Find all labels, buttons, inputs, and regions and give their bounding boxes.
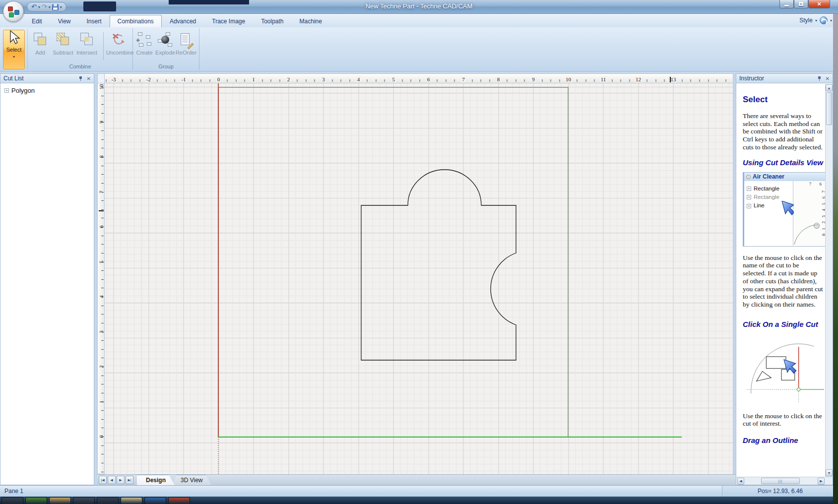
tab-design[interactable]: Design [137,475,175,485]
instructor-horizontal-scrollbar[interactable]: ◀ ||| ▶ [736,477,833,485]
explode-label: Explode [154,50,177,56]
help-icon[interactable] [820,16,828,24]
taskbar-icon-folder-light[interactable] [121,497,142,504]
taskbar-icon-app-green[interactable] [25,497,47,504]
application-menu-orb[interactable] [3,1,24,22]
vertical-scroll-thumb[interactable] [826,92,832,125]
undo-dropdown[interactable]: ▾ [38,5,40,9]
instructor-heading-drag: Drag an Outline [743,437,823,445]
h-ruler-cursor-mark [670,77,671,82]
taskbar-icon-app-dark-1[interactable] [73,497,95,504]
window-buttons: ✕ [779,0,830,8]
instructor-vertical-scrollbar[interactable]: ▲ ▼ [825,84,833,477]
expand-icon[interactable]: + [4,88,9,93]
subtract-button[interactable]: Subtract [52,31,74,56]
thumbnail-tree-label: Rectangle [754,186,779,192]
style-dropdown[interactable]: ▾ [815,18,817,23]
taskbar-icon-start-orb[interactable] [1,497,23,504]
select-button[interactable]: Select ▾ [3,30,25,69]
redo-button[interactable]: ↷ [42,3,47,10]
scroll-right-icon[interactable]: ▶ [818,478,825,485]
combine-group-label: Combine [28,63,132,69]
close-button[interactable]: ✕ [808,0,830,8]
nav-first-button[interactable]: |◀ [99,476,107,484]
save-button[interactable] [52,4,59,10]
tab-view[interactable]: View [50,15,79,27]
cut-list-header: Cut List ✕ [0,73,94,83]
minimize-button[interactable] [779,0,794,8]
intersect-button[interactable]: Intersect [75,31,98,56]
mini-v-ruler: 76543210 [821,189,825,238]
canvas-drawing [105,83,733,474]
design-canvas[interactable] [105,83,733,474]
expand-icon[interactable]: + [747,187,751,191]
tab-3d-view[interactable]: 3D View [172,475,211,485]
pin-icon[interactable] [78,76,83,81]
taskbar-icon-app-dark-2[interactable] [97,497,119,504]
quick-access-toolbar: ↶ ▾ ↷ ▾ ▾ [27,2,66,12]
vertical-ruler: 109876543210 [97,83,105,474]
qat-dropdown[interactable]: ▾ [60,5,62,9]
cursor-arrow-icon [3,30,24,45]
help-dropdown[interactable]: ▾ [830,18,832,23]
thumbnail-tree-item[interactable]: +Rectangle [747,184,793,192]
taskbar-icon-app-blue[interactable] [144,497,166,504]
app-window: New Techne Part - Techne CAD/CAM ✕ ↶ ▾ ↷… [0,0,838,504]
cut-list-item-polygon[interactable]: + Polygon [0,83,94,94]
tab-combinations[interactable]: Combinations [110,15,162,27]
h-ruler-label: 3 [321,76,326,82]
h-ruler-label: -1 [180,76,187,82]
v-ruler-label: 3 [98,327,104,337]
create-group-button[interactable]: + Create [133,31,156,56]
instructor-heading-single-cut: Click On a Single Cut [743,320,823,329]
v-ruler-label: 1 [98,397,104,407]
create-group-icon: + [136,31,153,48]
tab-edit[interactable]: Edit [24,15,50,27]
expand-icon[interactable]: + [747,204,751,208]
select-dropdown-icon[interactable]: ▾ [3,55,24,59]
pin-icon[interactable] [817,76,822,81]
nav-prev-button[interactable]: ◀ [108,476,116,484]
ribbon-tab-row: EditViewInsertCombinationsAdvancedTrace … [0,14,838,27]
undo-button[interactable]: ↶ [31,3,37,10]
maximize-button[interactable] [794,0,808,8]
nav-next-button[interactable]: ▶ [117,476,125,484]
v-ruler-label: 6 [98,222,104,232]
orb-cube-green [9,12,14,17]
add-button[interactable]: Add [29,31,52,56]
cut-list-close-icon[interactable]: ✕ [87,76,91,81]
redo-dropdown[interactable]: ▾ [49,5,51,9]
scroll-down-icon[interactable]: ▼ [826,469,833,476]
horizontal-scroll-thumb[interactable]: ||| [761,478,800,484]
status-bar: Pane 1 Pos= 12.93, 6.46 [0,485,838,497]
view-tab-bar: |◀ ◀ ▶ ▶| Design 3D View [97,474,736,485]
taskbar-icon-app-red[interactable] [168,497,190,504]
explode-button[interactable]: Explode [154,31,177,56]
scroll-up-icon[interactable]: ▲ [826,84,833,91]
mini-h-ruler: 7 6 [809,182,825,187]
reorder-button[interactable]: ReOrder [175,31,197,56]
tab-insert[interactable]: Insert [78,15,109,27]
v-ruler-label: 7 [98,187,104,197]
expand-icon[interactable]: + [747,195,751,199]
v-ruler-label: 8 [98,152,104,162]
scroll-left-icon[interactable]: ◀ [737,478,744,485]
h-ruler-label: 8 [496,76,501,82]
h-ruler-label: 6 [426,76,431,82]
style-label[interactable]: Style [799,17,813,24]
tab-trace-image[interactable]: Trace Image [204,15,253,27]
tab-advanced[interactable]: Advanced [162,15,204,27]
taskbar-icon-folder[interactable] [49,497,71,504]
instructor-paragraph-3: Use the mouse to click on the cut of int… [743,412,823,428]
instructor-close-icon[interactable]: ✕ [826,76,830,81]
ribbon-group-group: + Create Explode ReOrder [133,28,199,70]
h-ruler-label: 4 [356,76,361,82]
tab-machine[interactable]: Machine [292,15,330,27]
nav-last-button[interactable]: ▶| [126,476,133,484]
instructor-paragraph-1: There are several ways to select cuts. E… [743,112,823,151]
uncombine-button[interactable]: Uncombine [106,31,129,56]
thumbnail-tree-item[interactable]: +Rectangle [747,192,793,200]
reorder-icon [178,31,194,48]
polygon-cut-shape[interactable] [361,170,516,360]
tab-toolpath[interactable]: Toolpath [253,15,291,27]
